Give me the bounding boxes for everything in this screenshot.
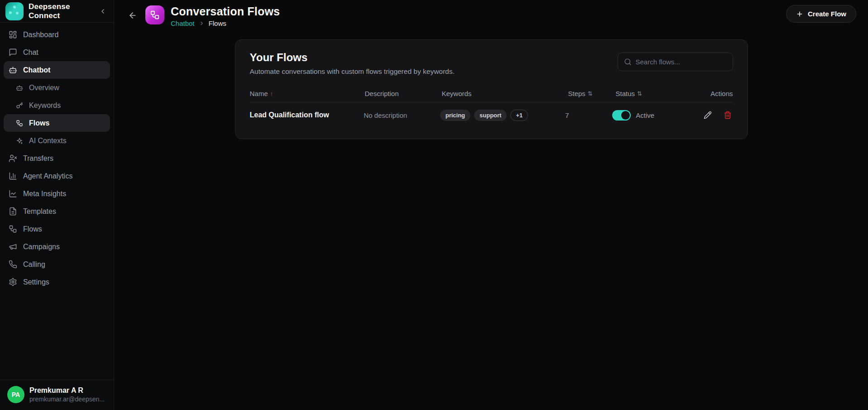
user-x-icon [9, 154, 17, 163]
dashboard-icon [9, 30, 17, 39]
sidebar-item-label: Agent Analytics [23, 172, 72, 180]
sidebar-item-label: Meta Insights [23, 190, 66, 198]
column-label: Actions [710, 90, 733, 97]
sidebar-item-calling[interactable]: Calling [4, 256, 110, 273]
flows-card: Your Flows Automate conversations with c… [235, 39, 748, 139]
robot-icon [9, 66, 17, 74]
table-header-row: Name ↑ Description Keywords Steps ⇅ Stat… [250, 85, 733, 102]
sidebar-item-meta-insights[interactable]: Meta Insights [4, 185, 110, 203]
column-label: Steps [568, 90, 585, 97]
user-profile[interactable]: PA Premkumar A R premkumar.ar@deepsen... [0, 380, 114, 410]
breadcrumb-chatbot-link[interactable]: Chatbot [171, 19, 195, 27]
column-label: Description [365, 90, 399, 97]
flow-steps: 7 [565, 111, 612, 119]
column-header-status[interactable]: Status ⇅ [616, 90, 706, 97]
sidebar-item-chat[interactable]: Chat [4, 43, 110, 61]
sort-both-icon: ⇅ [637, 90, 642, 97]
sparkles-icon [16, 137, 23, 145]
main-content: Conversation Flows Chatbot Flows Create … [115, 0, 868, 410]
document-icon [9, 207, 17, 216]
sidebar-item-label: Chatbot [23, 66, 50, 74]
flow-actions [702, 110, 733, 121]
flow-badge-icon [145, 5, 164, 24]
breadcrumb: Chatbot Flows [171, 19, 280, 27]
workflow-icon [16, 120, 23, 127]
sidebar-item-label: Flows [29, 119, 49, 127]
app-logo-icon [5, 2, 24, 20]
sidebar-item-overview[interactable]: Overview [4, 79, 110, 96]
column-label: Name [250, 90, 268, 97]
status-label: Active [636, 111, 654, 119]
column-header-description: Description [365, 90, 442, 97]
user-email: premkumar.ar@deepsen... [29, 395, 105, 403]
keyword-chip: pricing [440, 110, 470, 121]
status-toggle[interactable] [612, 110, 631, 121]
sidebar-item-label: Campaigns [23, 243, 60, 251]
sidebar: Deepsense Connect Dashboard Chat Chatbot [0, 0, 114, 410]
column-label: Keywords [442, 90, 472, 97]
keyword-more-badge: +1 [510, 110, 528, 121]
trash-icon [724, 111, 732, 119]
sidebar-nav: Dashboard Chat Chatbot Overview [0, 23, 114, 291]
create-flow-button[interactable]: Create Flow [786, 5, 856, 23]
phone-icon [9, 260, 17, 269]
search-box[interactable] [618, 53, 733, 71]
chevron-left-icon [99, 8, 106, 15]
create-flow-label: Create Flow [808, 10, 846, 18]
flows-table: Name ↑ Description Keywords Steps ⇅ Stat… [250, 85, 733, 128]
sidebar-item-settings[interactable]: Settings [4, 273, 110, 291]
sort-both-icon: ⇅ [588, 90, 593, 97]
sidebar-item-campaigns[interactable]: Campaigns [4, 238, 110, 256]
user-name: Premkumar A R [29, 386, 105, 395]
sidebar-item-label: Overview [29, 84, 59, 92]
back-button[interactable] [126, 8, 139, 23]
sidebar-item-label: Templates [23, 207, 56, 216]
column-header-steps[interactable]: Steps ⇅ [568, 90, 616, 97]
pencil-icon [704, 111, 712, 119]
breadcrumb-current: Flows [209, 19, 226, 27]
sidebar-item-chatbot[interactable]: Chatbot [4, 61, 110, 79]
sidebar-item-label: AI Contexts [29, 137, 67, 145]
table-row[interactable]: Lead Qualification flow No description p… [250, 102, 733, 128]
robot-icon [16, 84, 23, 92]
sidebar-item-label: Flows [23, 225, 42, 233]
sidebar-item-agent-analytics[interactable]: Agent Analytics [4, 167, 110, 185]
sidebar-item-flows-main[interactable]: Flows [4, 220, 110, 238]
sidebar-header: Deepsense Connect [0, 0, 114, 23]
column-header-name[interactable]: Name ↑ [250, 90, 365, 97]
flow-description: No description [364, 111, 440, 119]
sidebar-item-keywords[interactable]: Keywords [4, 96, 110, 114]
search-icon [624, 58, 632, 66]
megaphone-icon [9, 242, 17, 251]
flow-status: Active [612, 110, 702, 121]
chatbot-submenu: Overview Keywords Flows AI Contexts [4, 79, 110, 150]
sidebar-item-dashboard[interactable]: Dashboard [4, 26, 110, 43]
flow-name: Lead Qualification flow [250, 111, 364, 119]
page-header: Conversation Flows Chatbot Flows Create … [115, 0, 868, 28]
arrow-left-icon [128, 11, 137, 20]
app-title: Deepsense Connect [29, 2, 92, 20]
sidebar-item-label: Calling [23, 260, 45, 269]
delete-flow-button[interactable] [722, 110, 733, 121]
page-title: Conversation Flows [171, 5, 280, 18]
sidebar-item-label: Chat [23, 48, 38, 57]
line-chart-icon [9, 189, 17, 198]
search-input[interactable] [636, 58, 727, 66]
column-header-keywords: Keywords [442, 90, 568, 97]
sidebar-item-label: Settings [23, 278, 49, 286]
chevron-right-icon [199, 20, 205, 26]
sidebar-item-label: Dashboard [23, 31, 58, 39]
sidebar-item-ai-contexts[interactable]: AI Contexts [4, 132, 110, 150]
sidebar-item-flows[interactable]: Flows [4, 114, 110, 132]
chat-bubble-icon [9, 48, 17, 57]
flow-keywords: pricing support +1 [440, 110, 566, 121]
sidebar-item-transfers[interactable]: Transfers [4, 150, 110, 167]
key-icon [16, 102, 23, 109]
sidebar-collapse-button[interactable] [97, 6, 108, 17]
workflow-icon [9, 225, 17, 233]
sidebar-item-templates[interactable]: Templates [4, 203, 110, 220]
column-label: Status [616, 90, 635, 97]
sidebar-item-label: Keywords [29, 101, 61, 110]
edit-flow-button[interactable] [702, 110, 713, 121]
sort-asc-icon: ↑ [270, 90, 273, 97]
